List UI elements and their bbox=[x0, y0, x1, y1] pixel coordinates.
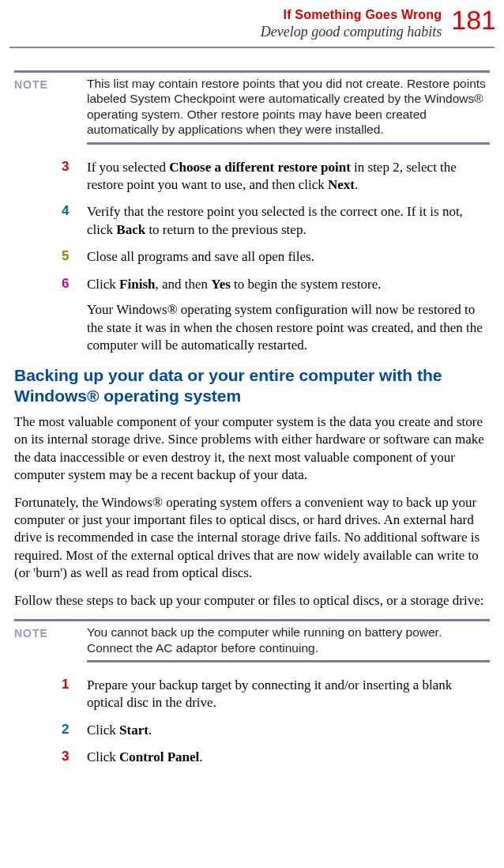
note-text: You cannot back up the computer while ru… bbox=[87, 625, 490, 655]
step-number-cell: 4 bbox=[14, 203, 87, 239]
paragraph: Fortunately, the Windows® operating syst… bbox=[14, 494, 490, 583]
note-top-rule bbox=[14, 70, 490, 73]
step-number: 3 bbox=[62, 159, 69, 174]
page-number: 181 bbox=[451, 6, 496, 33]
step-b2: 2 Click Start. bbox=[14, 722, 490, 739]
note-label-cell: NOTE bbox=[14, 625, 87, 640]
step-body: Click Start. bbox=[87, 722, 490, 739]
section-heading: Backing up your data or your entire comp… bbox=[14, 365, 490, 405]
step-number-cell: 2 bbox=[14, 722, 87, 739]
text: Your Windows® operating system configura… bbox=[87, 301, 490, 354]
bold-text: Next bbox=[328, 177, 355, 192]
step-body: If you selected Choose a different resto… bbox=[87, 159, 490, 194]
text: . bbox=[199, 749, 202, 764]
note-bottom-rule bbox=[87, 142, 490, 145]
text: to begin the system restore. bbox=[231, 277, 382, 292]
step-number: 3 bbox=[62, 749, 69, 764]
step-number-cell: 1 bbox=[14, 677, 87, 712]
step-body: Close all programs and save all open fil… bbox=[87, 248, 490, 266]
bold-text: Control Panel bbox=[119, 749, 199, 764]
text: Click bbox=[87, 749, 119, 764]
text: , and then bbox=[155, 277, 211, 292]
header-divider bbox=[9, 47, 495, 48]
page-header: If Something Goes Wrong Develop good com… bbox=[0, 6, 504, 47]
step-number: 4 bbox=[62, 203, 69, 218]
step-b3: 3 Click Control Panel. bbox=[14, 749, 490, 766]
step-number: 6 bbox=[62, 276, 69, 291]
step-6: 6 Click Finish, and then Yes to begin th… bbox=[14, 276, 490, 355]
note-block-1: NOTE This list may contain restore point… bbox=[14, 70, 490, 145]
step-b1: 1 Prepare your backup target by connecti… bbox=[14, 677, 490, 712]
note-text: This list may contain restore points tha… bbox=[87, 76, 490, 138]
note-bottom-rule bbox=[87, 660, 490, 662]
bold-text: Choose a different restore point bbox=[169, 160, 350, 175]
section-subtitle: Develop good computing habits bbox=[261, 24, 442, 40]
step-number-cell: 3 bbox=[14, 749, 87, 766]
page: If Something Goes Wrong Develop good com… bbox=[0, 0, 504, 800]
step-body: Click Control Panel. bbox=[87, 749, 490, 766]
bold-text: Start bbox=[119, 723, 149, 738]
text: . bbox=[355, 177, 358, 192]
step-body: Prepare your backup target by connecting… bbox=[87, 677, 490, 712]
step-number-cell: 3 bbox=[14, 159, 87, 194]
step-5: 5 Close all programs and save all open f… bbox=[14, 248, 490, 266]
steps-list-b: 1 Prepare your backup target by connecti… bbox=[14, 677, 490, 767]
step-number: 2 bbox=[62, 722, 69, 737]
note-label-cell: NOTE bbox=[14, 76, 87, 92]
step-number: 1 bbox=[62, 677, 69, 692]
text: Click bbox=[87, 723, 119, 738]
bold-text: Yes bbox=[211, 277, 231, 292]
note-row: NOTE This list may contain restore point… bbox=[14, 76, 490, 138]
step-number-cell: 6 bbox=[14, 276, 87, 355]
text: Close all programs and save all open fil… bbox=[87, 248, 490, 266]
note-label: NOTE bbox=[14, 627, 48, 640]
bold-text: Back bbox=[116, 222, 145, 237]
steps-list-a: 3 If you selected Choose a different res… bbox=[14, 159, 490, 355]
text: Prepare your backup target by connecting… bbox=[87, 677, 490, 712]
step-number: 5 bbox=[62, 248, 69, 263]
header-text-block: If Something Goes Wrong Develop good com… bbox=[261, 6, 442, 40]
text: Click bbox=[87, 277, 119, 292]
text: If you selected bbox=[87, 160, 169, 175]
step-number-cell: 5 bbox=[14, 248, 87, 266]
note-top-rule bbox=[14, 619, 490, 621]
note-row: NOTE You cannot back up the computer whi… bbox=[14, 625, 490, 655]
step-body: Verify that the restore point you select… bbox=[87, 203, 490, 239]
paragraph: Follow these steps to back up your compu… bbox=[14, 592, 490, 609]
step-body: Click Finish, and then Yes to begin the … bbox=[87, 276, 490, 355]
step-4: 4 Verify that the restore point you sele… bbox=[14, 203, 490, 239]
note-label: NOTE bbox=[14, 78, 48, 91]
bold-text: Finish bbox=[119, 277, 155, 292]
note-block-2: NOTE You cannot back up the computer whi… bbox=[14, 619, 490, 662]
paragraph: The most valuable component of your comp… bbox=[14, 413, 490, 485]
content-area: NOTE This list may contain restore point… bbox=[0, 70, 504, 767]
section-body: The most valuable component of your comp… bbox=[14, 413, 490, 609]
text: to return to the previous step. bbox=[145, 222, 307, 237]
text: . bbox=[149, 723, 152, 738]
step-3: 3 If you selected Choose a different res… bbox=[14, 159, 490, 194]
chapter-title: If Something Goes Wrong bbox=[261, 8, 442, 22]
